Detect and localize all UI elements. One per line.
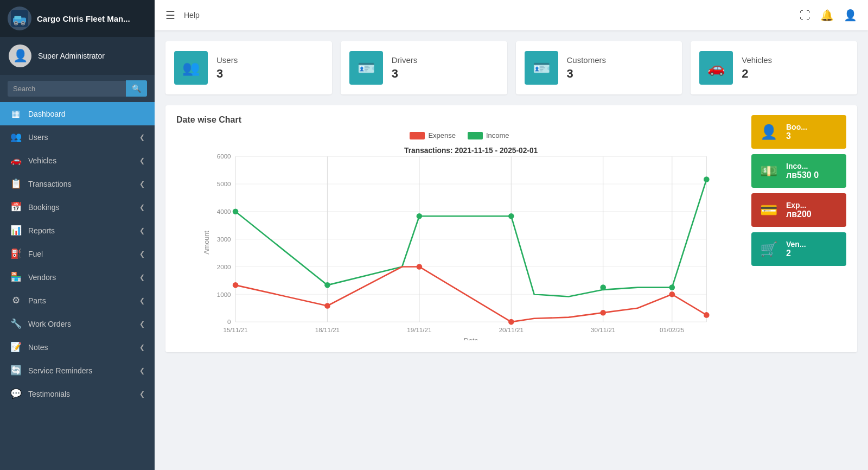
svg-text:6000: 6000 xyxy=(217,153,231,160)
side-card-value: 3 xyxy=(786,131,807,141)
nav-icon-work orders: 🔧 xyxy=(10,318,22,329)
svg-text:2000: 2000 xyxy=(217,263,231,270)
side-card-1[interactable]: 💵 Inco... лв530 0 xyxy=(751,154,846,188)
side-card-label: Ven... xyxy=(786,240,806,249)
sidebar-item-work-orders[interactable]: 🔧 Work Orders ❮ xyxy=(0,312,155,335)
nav-icon-parts: ⚙ xyxy=(10,295,22,306)
stat-label: Users xyxy=(216,55,238,65)
sidebar-item-vendors[interactable]: 🏪 Vendors ❮ xyxy=(0,265,155,289)
hamburger-icon[interactable]: ☰ xyxy=(165,9,175,22)
sidebar-item-users[interactable]: 👥 Users ❮ xyxy=(0,125,155,149)
income-label: Income xyxy=(486,131,509,139)
stat-card-drivers[interactable]: 🪪 Drivers 3 xyxy=(341,41,507,94)
help-label[interactable]: Help xyxy=(184,11,200,20)
sidebar-item-dashboard[interactable]: ▦ Dashboard xyxy=(0,102,155,125)
nav-label: Vehicles xyxy=(28,156,56,165)
stat-label: Customers xyxy=(567,55,607,65)
stat-icon-box: 🚗 xyxy=(699,51,733,85)
app-logo xyxy=(8,7,31,30)
nav-label: Vendors xyxy=(28,273,56,282)
side-card-label: Inco... xyxy=(786,162,819,170)
sidebar-item-bookings[interactable]: 📅 Bookings ❮ xyxy=(0,195,155,219)
side-card-text: Boo... 3 xyxy=(786,123,807,141)
nav-label: Reports xyxy=(28,226,55,235)
nav-icon-vendors: 🏪 xyxy=(10,271,22,283)
chevron-icon: ❮ xyxy=(139,134,145,141)
side-card-label: Boo... xyxy=(786,123,807,131)
side-card-2[interactable]: 💳 Exp... лв200 xyxy=(751,193,846,227)
search-input[interactable] xyxy=(8,81,126,97)
stat-value: 2 xyxy=(742,67,772,81)
stat-text: Vehicles 2 xyxy=(742,55,772,81)
nav-item-left: 📋 Transactions xyxy=(10,178,72,189)
sidebar-item-parts[interactable]: ⚙ Parts ❮ xyxy=(0,289,155,312)
svg-point-38 xyxy=(324,303,330,309)
expense-label: Expense xyxy=(428,131,456,139)
legend-income: Income xyxy=(468,131,509,139)
sidebar-item-reports[interactable]: 📊 Reports ❮ xyxy=(0,219,155,242)
nav-icon-reports: 📊 xyxy=(10,225,22,236)
legend-expense: Expense xyxy=(410,131,456,139)
svg-point-39 xyxy=(417,264,423,270)
nav-icon-bookings: 📅 xyxy=(10,201,22,213)
svg-point-43 xyxy=(704,312,710,318)
sidebar-item-notes[interactable]: 📝 Notes ❮ xyxy=(0,335,155,359)
stat-icon: 🪪 xyxy=(358,60,375,77)
side-card-0[interactable]: 👤 Boo... 3 xyxy=(751,115,846,149)
side-card-label: Exp... xyxy=(786,201,812,209)
svg-point-32 xyxy=(417,213,423,219)
nav-item-left: 🔄 Service Reminders xyxy=(10,365,92,376)
nav-item-left: 💬 Testimonials xyxy=(10,388,70,399)
main-content: 👥 Users 3 🪪 Drivers 3 🪪 Customers 3 🚗 Ve… xyxy=(155,30,868,470)
stat-icon: 🪪 xyxy=(533,60,550,77)
svg-point-5 xyxy=(15,22,17,24)
sidebar-item-service-reminders[interactable]: 🔄 Service Reminders ❮ xyxy=(0,359,155,382)
nav-icon-dashboard: ▦ xyxy=(10,108,22,119)
user-menu-icon[interactable]: 👤 xyxy=(844,9,857,22)
bell-icon[interactable]: 🔔 xyxy=(820,9,834,22)
stat-icon-box: 👥 xyxy=(174,51,208,85)
side-cards: 👤 Boo... 3 💵 Inco... лв530 0 💳 Exp... лв… xyxy=(751,115,846,342)
side-card-3[interactable]: 🛒 Ven... 2 xyxy=(751,232,846,266)
stat-label: Drivers xyxy=(392,55,418,65)
nav-item-left: 📅 Bookings xyxy=(10,201,60,213)
search-bar: 🔍 xyxy=(0,75,155,102)
stat-card-users[interactable]: 👥 Users 3 xyxy=(165,41,332,94)
chevron-icon: ❮ xyxy=(139,390,145,398)
nav-icon-vehicles: 🚗 xyxy=(10,155,22,166)
svg-rect-2 xyxy=(14,16,21,19)
svg-text:4000: 4000 xyxy=(217,208,231,215)
search-button[interactable]: 🔍 xyxy=(126,80,147,97)
stat-card-vehicles[interactable]: 🚗 Vehicles 2 xyxy=(691,41,857,94)
nav-item-left: 🏪 Vendors xyxy=(10,271,56,283)
chevron-icon: ❮ xyxy=(139,180,145,188)
svg-point-41 xyxy=(600,310,606,316)
nav-label: Users xyxy=(28,133,48,142)
side-card-text: Exp... лв200 xyxy=(786,201,812,219)
stat-card-customers[interactable]: 🪪 Customers 3 xyxy=(516,41,682,94)
sidebar-item-testimonials[interactable]: 💬 Testimonials ❮ xyxy=(0,382,155,405)
svg-text:19/11/21: 19/11/21 xyxy=(407,326,431,333)
sidebar: Cargo Chris Fleet Man... 👤 Super Adminis… xyxy=(0,0,155,470)
sidebar-item-vehicles[interactable]: 🚗 Vehicles ❮ xyxy=(0,149,155,172)
svg-text:Transactions: 2021-11-15 - 202: Transactions: 2021-11-15 - 2025-02-01 xyxy=(404,147,538,155)
side-card-icon: 👤 xyxy=(758,124,780,141)
chevron-icon: ❮ xyxy=(139,367,145,374)
stat-text: Drivers 3 xyxy=(392,55,418,81)
side-card-text: Ven... 2 xyxy=(786,240,806,258)
stat-value: 3 xyxy=(567,67,607,81)
stat-icon-box: 🪪 xyxy=(525,51,558,85)
sidebar-item-fuel[interactable]: ⛽ Fuel ❮ xyxy=(0,242,155,265)
svg-point-33 xyxy=(508,213,514,219)
income-color xyxy=(468,132,483,139)
svg-point-42 xyxy=(669,291,675,297)
svg-point-37 xyxy=(233,282,239,288)
chevron-icon: ❮ xyxy=(139,157,145,164)
sidebar-item-transactions[interactable]: 📋 Transactions ❮ xyxy=(0,172,155,195)
svg-text:Amount: Amount xyxy=(203,231,210,255)
fullscreen-icon[interactable]: ⛶ xyxy=(800,9,810,22)
svg-text:15/11/21: 15/11/21 xyxy=(223,326,247,333)
nav-item-left: 🔧 Work Orders xyxy=(10,318,71,329)
nav-label: Fuel xyxy=(28,250,43,258)
nav-label: Work Orders xyxy=(28,320,71,328)
